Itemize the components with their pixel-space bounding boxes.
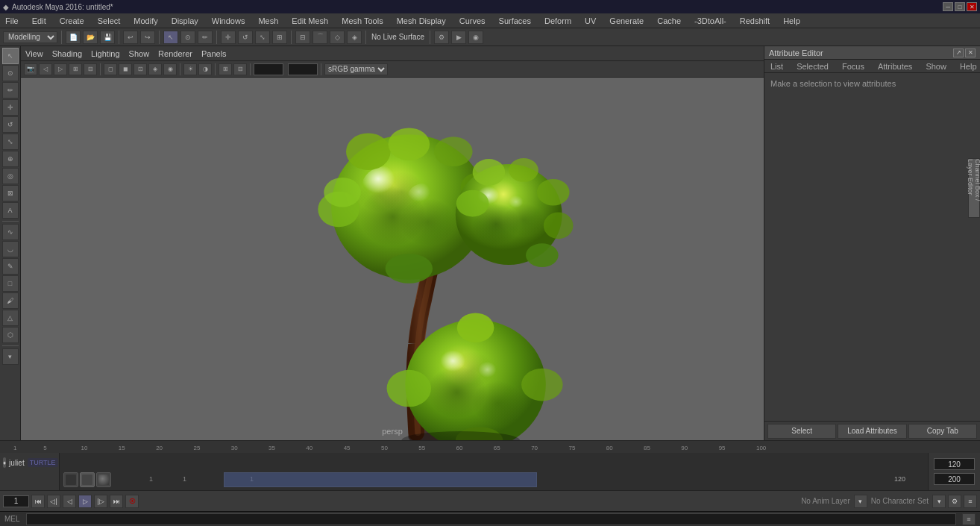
menu-edit-mesh[interactable]: Edit Mesh <box>289 16 330 26</box>
scale-tool-button[interactable]: ⤡ <box>255 31 270 44</box>
menu-uv[interactable]: UV <box>582 16 598 26</box>
render-settings-button[interactable]: ⚙ <box>434 31 449 44</box>
vp-menu-panels[interactable]: Panels <box>200 48 228 59</box>
open-button[interactable]: 📂 <box>83 31 98 44</box>
menu-mesh-tools[interactable]: Mesh Tools <box>339 16 385 26</box>
time-input[interactable]: 0.00 <box>254 63 283 75</box>
light-mode-button[interactable]: ☀ <box>183 63 197 75</box>
render-button[interactable]: ▶ <box>451 31 466 44</box>
move-tool-button[interactable]: ✛ <box>221 31 236 44</box>
record-button[interactable]: ⦿ <box>125 495 139 508</box>
vp-menu-shading[interactable]: Shading <box>51 48 84 59</box>
soft-select-tool[interactable]: ◎ <box>2 168 19 184</box>
frame-all-button[interactable]: ⊞ <box>69 63 82 75</box>
vp-menu-lighting[interactable]: Lighting <box>89 48 122 59</box>
lasso-select-tool[interactable]: ⊙ <box>2 65 19 81</box>
step-back-button[interactable]: ◁| <box>47 495 60 508</box>
snap-point-button[interactable]: ◇ <box>330 31 345 44</box>
rotate-tool[interactable]: ↺ <box>2 116 19 133</box>
play-forward-button[interactable]: ▷ <box>78 495 92 508</box>
menu-create[interactable]: Create <box>57 16 87 26</box>
hud-button[interactable]: ⊟ <box>233 63 247 75</box>
menu-edit[interactable]: Edit <box>30 16 48 26</box>
grid-button[interactable]: ⊞ <box>219 63 232 75</box>
prev-view-button[interactable]: ◁ <box>39 63 52 75</box>
play-back-button[interactable]: ◁ <box>63 495 76 508</box>
turtle-badge[interactable]: TURTLE <box>28 458 58 467</box>
ep-curve-tool[interactable]: ◡ <box>2 241 19 257</box>
anim-layer-button[interactable]: ▾ <box>854 495 867 508</box>
menu-mesh[interactable]: Mesh <box>256 16 280 26</box>
pencil-curve-tool[interactable]: ✎ <box>2 258 19 275</box>
curve-tool[interactable]: ∿ <box>2 224 19 240</box>
menu-modify[interactable]: Modify <box>131 16 160 26</box>
load-attributes-button[interactable]: Load Attributes <box>838 424 906 439</box>
menu-generate[interactable]: Generate <box>607 16 646 26</box>
vp-menu-show[interactable]: Show <box>128 48 151 59</box>
new-scene-button[interactable]: 📄 <box>66 31 81 44</box>
frame-range-max-input[interactable] <box>934 473 975 485</box>
attr-tab-help[interactable]: Help <box>957 61 980 72</box>
sculpt-tool[interactable]: △ <box>2 310 19 326</box>
undo-button[interactable]: ↩ <box>123 31 138 44</box>
menu-surfaces[interactable]: Surfaces <box>497 16 533 26</box>
anim-settings-button[interactable]: ⚙ <box>948 495 961 508</box>
ipr-button[interactable]: ◉ <box>468 31 483 44</box>
track-content[interactable]: 1 1 1 120 <box>60 453 928 490</box>
more-tools[interactable]: ▾ <box>2 348 19 365</box>
next-view-button[interactable]: ▷ <box>54 63 67 75</box>
select-tool-button[interactable]: ↖ <box>163 31 178 44</box>
menu-select[interactable]: Select <box>95 16 123 26</box>
show-manip-tool[interactable]: ⊠ <box>2 185 19 201</box>
lasso-tool-button[interactable]: ⊙ <box>180 31 195 44</box>
menu-redshift[interactable]: Redshift <box>738 16 772 26</box>
maximize-button[interactable]: □ <box>955 2 965 11</box>
attr-tab-attributes[interactable]: Attributes <box>875 61 915 72</box>
attr-editor-close-button[interactable]: ✕ <box>965 48 976 57</box>
3d-viewport[interactable]: persp <box>21 78 764 440</box>
select-button[interactable]: Select <box>767 424 836 439</box>
annotation-tool[interactable]: A <box>2 202 19 219</box>
menu-cache[interactable]: Cache <box>655 16 683 26</box>
char-set-button[interactable]: ▾ <box>932 495 946 508</box>
title-bar-controls[interactable]: ─ □ ✕ <box>943 2 977 11</box>
script-editor-button[interactable]: ≡ <box>962 513 976 525</box>
paint-select-tool[interactable]: ✏ <box>2 82 19 98</box>
redo-button[interactable]: ↪ <box>140 31 155 44</box>
frame-range-end-input[interactable] <box>934 458 975 470</box>
select-tool[interactable]: ↖ <box>2 48 19 64</box>
wireframe-button[interactable]: ◻ <box>104 63 117 75</box>
bounding-box-button[interactable]: ⊡ <box>134 63 147 75</box>
paint-tool[interactable]: 🖌 <box>2 292 19 309</box>
shaded-textured-button[interactable]: ◉ <box>163 63 177 75</box>
attr-tab-show[interactable]: Show <box>923 61 949 72</box>
mel-command-input[interactable] <box>26 513 956 525</box>
vp-menu-view[interactable]: View <box>24 48 45 59</box>
rotate-tool-button[interactable]: ↺ <box>238 31 253 44</box>
smooth-button[interactable]: ◼ <box>119 63 132 75</box>
attr-tab-selected[interactable]: Selected <box>794 61 832 72</box>
snap-view-button[interactable]: ◈ <box>347 31 362 44</box>
attr-editor-float-button[interactable]: ↗ <box>953 48 964 57</box>
shaded-button[interactable]: ◈ <box>148 63 162 75</box>
menu-curves[interactable]: Curves <box>457 16 488 26</box>
frame-select-button[interactable]: ⊟ <box>84 63 97 75</box>
scale-input[interactable]: 1.00 <box>288 63 318 75</box>
vp-menu-renderer[interactable]: Renderer <box>157 48 194 59</box>
channel-box-side-tab[interactable]: Channel Box / Layer Editor <box>968 158 980 218</box>
copy-tab-button[interactable]: Copy Tab <box>908 424 977 439</box>
menu-help[interactable]: Help <box>781 16 802 26</box>
step-forward-button[interactable]: |▷ <box>94 495 107 508</box>
go-to-start-button[interactable]: ⏮ <box>31 495 45 508</box>
attr-tab-focus[interactable]: Focus <box>839 61 867 72</box>
paint-select-button[interactable]: ✏ <box>198 31 213 44</box>
current-frame-input[interactable] <box>3 495 29 507</box>
save-button[interactable]: 💾 <box>100 31 115 44</box>
menu-windows[interactable]: Windows <box>210 16 248 26</box>
anim-extra-button[interactable]: ≡ <box>964 495 977 508</box>
camera-select-button[interactable]: 📷 <box>24 63 37 75</box>
time-ruler[interactable]: 1 5 10 15 20 25 30 35 40 45 50 55 60 65 … <box>0 441 980 453</box>
menu-display[interactable]: Display <box>169 16 201 26</box>
shadow-button[interactable]: ◑ <box>198 63 212 75</box>
cage-tool[interactable]: ⬡ <box>2 327 19 343</box>
